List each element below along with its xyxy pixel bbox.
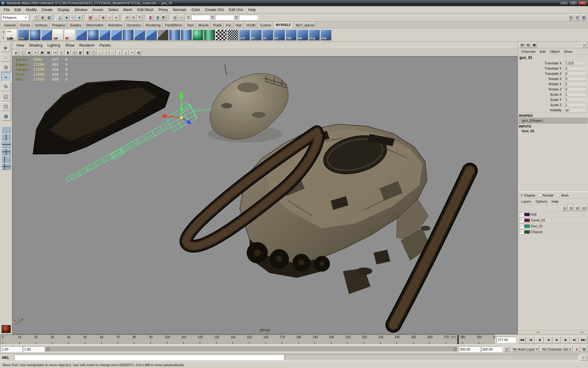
channel-row[interactable]: Scale X 1 xyxy=(518,92,588,97)
channel-settings-icon[interactable]: ≡ xyxy=(581,42,587,48)
shelf-tab[interactable]: Dynamics xyxy=(125,22,143,28)
menu-item[interactable]: Mesh xyxy=(121,7,135,13)
shelf-be[interactable]: BE xyxy=(274,29,285,40)
channel-value-field[interactable]: 1 xyxy=(564,92,586,97)
image-plane-icon[interactable]: ▣ xyxy=(39,50,45,56)
layer-visibility-toggle[interactable]: V xyxy=(519,224,523,228)
shelf-green-sphere[interactable] xyxy=(192,29,203,40)
x-coord-input[interactable] xyxy=(191,15,210,20)
menu-item[interactable]: Create UVs xyxy=(203,7,227,13)
shape-node-item[interactable]: gun_0Shape1 xyxy=(519,118,587,123)
render-current-frame-icon[interactable]: ◧ xyxy=(148,14,154,21)
shelf-tbe[interactable]: TBE xyxy=(285,29,296,40)
shelf-green-cyl[interactable] xyxy=(204,29,215,40)
select-hierarchy-icon[interactable]: ◭ xyxy=(57,14,63,21)
gate-mask-icon[interactable]: ▮ xyxy=(65,50,71,56)
layer-row[interactable]: V Gun_01 xyxy=(518,223,588,229)
animation-start-field[interactable] xyxy=(1,346,22,352)
make-live-icon[interactable]: ● xyxy=(113,14,119,21)
persp-graph-layout[interactable] xyxy=(2,163,11,170)
auto-keyframe-button[interactable]: ● xyxy=(574,346,580,352)
playhead[interactable]: 277 xyxy=(457,335,459,344)
field-chart-icon[interactable]: ◫ xyxy=(71,50,77,56)
go-to-end-button[interactable]: ▶▶| xyxy=(579,336,587,343)
single-pane-layout[interactable] xyxy=(2,126,11,133)
channel-box-menu-item[interactable]: Channels xyxy=(519,49,537,54)
shelf-tab[interactable]: Fur xyxy=(224,22,233,28)
four-pane-layout[interactable] xyxy=(2,148,11,155)
output-connections-icon[interactable]: ⇆ xyxy=(130,14,137,21)
layer-color-swatch[interactable] xyxy=(524,219,530,222)
xray-icon[interactable]: ◒ xyxy=(123,50,129,56)
shelf-poly-3[interactable] xyxy=(99,29,110,40)
shelf-cut[interactable] xyxy=(157,29,168,40)
anim-layer-dropdown[interactable]: No Anim Layer ▾ xyxy=(511,346,540,352)
shelf-poly-5[interactable] xyxy=(123,29,134,40)
channel-value-field[interactable]: 0 xyxy=(564,71,586,76)
smooth-shade-icon[interactable]: ● xyxy=(97,50,103,56)
menu-set-dropdown[interactable]: Polygons ▾ xyxy=(1,14,28,20)
menu-item[interactable]: Assets xyxy=(90,7,106,13)
channel-value-field[interactable]: 0 xyxy=(564,82,586,86)
persp-outliner-layout[interactable] xyxy=(2,156,11,163)
new-empty-layer-icon[interactable]: ▧ xyxy=(575,205,580,211)
safe-title-icon[interactable]: ◨ xyxy=(84,50,90,56)
menu-item[interactable]: Edit xyxy=(12,7,23,13)
step-back-key-button[interactable]: ◀| xyxy=(535,336,544,343)
panel-menu-item[interactable]: Shading xyxy=(27,42,45,48)
shelf-tab[interactable]: Toon xyxy=(185,22,196,28)
select-tool[interactable]: ► xyxy=(1,43,11,52)
menu-item[interactable]: Normals xyxy=(170,7,189,13)
paint-effects-icon[interactable]: ◍ xyxy=(172,14,178,21)
separator[interactable] xyxy=(145,14,146,21)
menu-item[interactable]: Create xyxy=(39,7,55,13)
channel-value-field[interactable]: 0 xyxy=(564,66,586,71)
menu-item[interactable]: Edit Mesh xyxy=(135,7,156,13)
layer-mode-radio[interactable]: Render xyxy=(538,194,554,197)
menu-item[interactable]: Display xyxy=(55,7,72,13)
bookmarks-icon[interactable]: ★ xyxy=(33,50,39,56)
channel-value-field[interactable]: 1 xyxy=(564,98,586,102)
layer-mode-radio[interactable]: Anim xyxy=(557,194,569,197)
shelf-tab[interactable]: General xyxy=(2,22,17,28)
shelf-poly-2[interactable] xyxy=(88,29,99,40)
channel-row[interactable]: Translate Y 0 xyxy=(518,66,588,71)
shelf-tab[interactable]: Deformation xyxy=(84,22,106,28)
channel-value-field[interactable]: 7.215 xyxy=(564,61,586,65)
two-pane-side-layout[interactable] xyxy=(2,134,11,140)
input-connections-icon[interactable]: ⇄ xyxy=(124,14,130,21)
channel-row[interactable]: Rotate X 0 xyxy=(518,76,588,81)
menu-item[interactable]: Edit UVs xyxy=(227,7,246,13)
menu-item[interactable]: Help xyxy=(246,7,258,13)
camera-attributes-icon[interactable]: ◉ xyxy=(26,50,32,56)
play-backwards-button[interactable]: ◀ xyxy=(544,336,552,343)
layer-color-swatch[interactable] xyxy=(524,230,530,234)
new-scene-icon[interactable]: ▢ xyxy=(33,14,39,21)
textured-icon[interactable]: ◐ xyxy=(104,50,109,56)
step-forward-frame-button[interactable]: ▶| xyxy=(570,336,579,343)
time-slider[interactable]: 0 10 20 30 xyxy=(0,335,496,345)
range-handle-left[interactable] xyxy=(46,347,49,351)
channel-box-menu-item[interactable]: Show xyxy=(562,49,574,54)
snap-plane-icon[interactable]: ▱ xyxy=(107,14,113,21)
channel-box-menu-item[interactable]: Object xyxy=(548,49,561,54)
step-back-frame-button[interactable]: |◀ xyxy=(526,336,535,343)
shelf-tab[interactable]: Subdivs xyxy=(68,22,83,28)
shelf-unp[interactable]: Unp xyxy=(320,29,331,40)
layer-visibility-toggle[interactable]: V xyxy=(519,230,523,234)
separator[interactable] xyxy=(84,14,86,21)
layer-row[interactable]: V Hull xyxy=(518,212,588,217)
shelf-tab[interactable]: Muscle xyxy=(196,22,211,28)
menu-item[interactable]: Color xyxy=(189,7,203,13)
lasso-select-tool[interactable]: ◌ xyxy=(1,53,11,62)
texture-placement-icon[interactable]: ▩ xyxy=(136,50,141,56)
new-layer-from-selected-icon[interactable]: ▨ xyxy=(581,205,587,211)
range-handle-right[interactable] xyxy=(454,347,457,351)
toggle-channel-box-icon[interactable]: ▦ xyxy=(581,14,587,21)
layer-row[interactable]: V Chassis xyxy=(518,229,588,235)
shelf-poly-6[interactable] xyxy=(134,29,145,40)
channel-row[interactable]: Translate X 7.215 xyxy=(518,60,588,66)
scale-tool[interactable]: ◱ xyxy=(1,92,11,101)
layers-move-down-icon[interactable]: ▥ xyxy=(568,205,574,211)
layer-color-swatch[interactable] xyxy=(524,213,530,216)
